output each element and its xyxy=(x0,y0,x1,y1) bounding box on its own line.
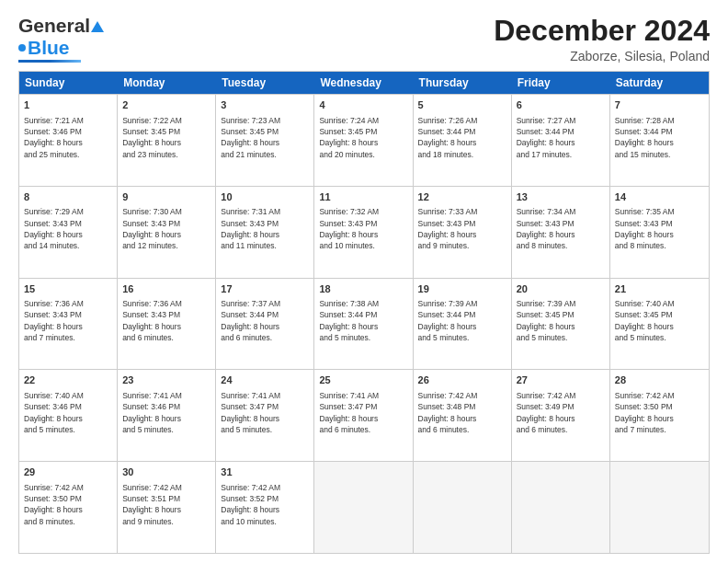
day-number: 13 xyxy=(517,190,605,204)
header-thursday: Thursday xyxy=(414,72,512,94)
day-number: 30 xyxy=(122,465,210,479)
calendar-cell: 22Sunrise: 7:40 AM Sunset: 3:46 PM Dayli… xyxy=(19,370,118,461)
calendar-cell: 26Sunrise: 7:42 AM Sunset: 3:48 PM Dayli… xyxy=(414,370,512,461)
calendar-row: 22Sunrise: 7:40 AM Sunset: 3:46 PM Dayli… xyxy=(19,369,709,461)
logo: General Blue xyxy=(18,15,104,63)
calendar-cell: 12Sunrise: 7:33 AM Sunset: 3:43 PM Dayli… xyxy=(414,187,512,278)
calendar-cell: 4Sunrise: 7:24 AM Sunset: 3:45 PM Daylig… xyxy=(314,95,413,186)
day-number: 20 xyxy=(517,282,605,296)
header: General Blue December 2024 Zaborze, Sile… xyxy=(18,15,710,63)
logo-general: General xyxy=(18,15,90,37)
cell-info: Sunrise: 7:30 AM Sunset: 3:43 PM Dayligh… xyxy=(122,206,210,251)
day-number: 18 xyxy=(319,282,407,296)
cell-info: Sunrise: 7:26 AM Sunset: 3:44 PM Dayligh… xyxy=(418,115,506,160)
cell-info: Sunrise: 7:36 AM Sunset: 3:43 PM Dayligh… xyxy=(24,298,112,343)
day-number: 23 xyxy=(122,373,210,387)
cell-info: Sunrise: 7:24 AM Sunset: 3:45 PM Dayligh… xyxy=(319,115,407,160)
cell-info: Sunrise: 7:39 AM Sunset: 3:45 PM Dayligh… xyxy=(517,298,605,343)
calendar-row: 15Sunrise: 7:36 AM Sunset: 3:43 PM Dayli… xyxy=(19,278,709,370)
calendar-cell: 15Sunrise: 7:36 AM Sunset: 3:43 PM Dayli… xyxy=(19,279,118,370)
day-number: 26 xyxy=(418,373,506,387)
header-tuesday: Tuesday xyxy=(216,72,314,94)
calendar-cell: 31Sunrise: 7:42 AM Sunset: 3:52 PM Dayli… xyxy=(216,462,314,553)
day-number: 29 xyxy=(24,465,112,479)
title-area: December 2024 Zaborze, Silesia, Poland xyxy=(494,15,710,63)
cell-info: Sunrise: 7:22 AM Sunset: 3:45 PM Dayligh… xyxy=(122,115,210,160)
cell-info: Sunrise: 7:42 AM Sunset: 3:48 PM Dayligh… xyxy=(418,390,506,435)
cell-info: Sunrise: 7:36 AM Sunset: 3:43 PM Dayligh… xyxy=(122,298,210,343)
calendar-cell: 7Sunrise: 7:28 AM Sunset: 3:44 PM Daylig… xyxy=(610,95,709,186)
logo-triangle-icon xyxy=(91,21,104,32)
calendar-cell: 1Sunrise: 7:21 AM Sunset: 3:46 PM Daylig… xyxy=(19,95,118,186)
day-number: 14 xyxy=(615,190,704,204)
cell-info: Sunrise: 7:42 AM Sunset: 3:50 PM Dayligh… xyxy=(24,482,112,527)
calendar-row: 1Sunrise: 7:21 AM Sunset: 3:46 PM Daylig… xyxy=(19,94,709,186)
cell-info: Sunrise: 7:40 AM Sunset: 3:46 PM Dayligh… xyxy=(24,390,112,435)
calendar-cell: 6Sunrise: 7:27 AM Sunset: 3:44 PM Daylig… xyxy=(512,95,610,186)
page: General Blue December 2024 Zaborze, Sile… xyxy=(0,0,728,563)
day-number: 19 xyxy=(418,282,506,296)
day-number: 8 xyxy=(24,190,112,204)
calendar-cell: 19Sunrise: 7:39 AM Sunset: 3:44 PM Dayli… xyxy=(414,279,512,370)
calendar-cell: 11Sunrise: 7:32 AM Sunset: 3:43 PM Dayli… xyxy=(314,187,413,278)
calendar-cell: 28Sunrise: 7:42 AM Sunset: 3:50 PM Dayli… xyxy=(610,370,709,461)
header-friday: Friday xyxy=(512,72,610,94)
logo-underline xyxy=(18,60,81,63)
cell-info: Sunrise: 7:37 AM Sunset: 3:44 PM Dayligh… xyxy=(221,298,309,343)
cell-info: Sunrise: 7:41 AM Sunset: 3:47 PM Dayligh… xyxy=(319,390,407,435)
day-number: 22 xyxy=(24,373,112,387)
calendar-cell: 9Sunrise: 7:30 AM Sunset: 3:43 PM Daylig… xyxy=(118,187,216,278)
day-number: 10 xyxy=(221,190,309,204)
day-number: 27 xyxy=(517,373,605,387)
calendar-cell: 2Sunrise: 7:22 AM Sunset: 3:45 PM Daylig… xyxy=(118,95,216,186)
cell-info: Sunrise: 7:42 AM Sunset: 3:52 PM Dayligh… xyxy=(221,482,309,527)
calendar-header: Sunday Monday Tuesday Wednesday Thursday… xyxy=(19,72,709,94)
day-number: 11 xyxy=(319,190,407,204)
cell-info: Sunrise: 7:28 AM Sunset: 3:44 PM Dayligh… xyxy=(615,115,704,160)
cell-info: Sunrise: 7:41 AM Sunset: 3:47 PM Dayligh… xyxy=(221,390,309,435)
header-monday: Monday xyxy=(118,72,216,94)
main-title: December 2024 xyxy=(494,15,710,47)
day-number: 15 xyxy=(24,282,112,296)
cell-info: Sunrise: 7:33 AM Sunset: 3:43 PM Dayligh… xyxy=(418,206,506,251)
logo-blue: Blue xyxy=(28,37,70,59)
logo-dot-icon xyxy=(18,44,26,52)
cell-info: Sunrise: 7:39 AM Sunset: 3:44 PM Dayligh… xyxy=(418,298,506,343)
calendar-cell xyxy=(610,462,709,553)
day-number: 3 xyxy=(221,98,309,112)
calendar-body: 1Sunrise: 7:21 AM Sunset: 3:46 PM Daylig… xyxy=(19,94,709,553)
subtitle: Zaborze, Silesia, Poland xyxy=(494,49,710,63)
day-number: 2 xyxy=(122,98,210,112)
calendar-cell: 29Sunrise: 7:42 AM Sunset: 3:50 PM Dayli… xyxy=(19,462,118,553)
header-wednesday: Wednesday xyxy=(314,72,413,94)
day-number: 28 xyxy=(615,373,704,387)
calendar-row: 8Sunrise: 7:29 AM Sunset: 3:43 PM Daylig… xyxy=(19,186,709,278)
cell-info: Sunrise: 7:27 AM Sunset: 3:44 PM Dayligh… xyxy=(517,115,605,160)
calendar: Sunday Monday Tuesday Wednesday Thursday… xyxy=(18,71,710,554)
cell-info: Sunrise: 7:41 AM Sunset: 3:46 PM Dayligh… xyxy=(122,390,210,435)
calendar-cell: 23Sunrise: 7:41 AM Sunset: 3:46 PM Dayli… xyxy=(118,370,216,461)
calendar-cell xyxy=(314,462,413,553)
cell-info: Sunrise: 7:29 AM Sunset: 3:43 PM Dayligh… xyxy=(24,206,112,251)
calendar-cell xyxy=(512,462,610,553)
calendar-cell: 20Sunrise: 7:39 AM Sunset: 3:45 PM Dayli… xyxy=(512,279,610,370)
day-number: 5 xyxy=(418,98,506,112)
cell-info: Sunrise: 7:42 AM Sunset: 3:50 PM Dayligh… xyxy=(615,390,704,435)
calendar-cell: 16Sunrise: 7:36 AM Sunset: 3:43 PM Dayli… xyxy=(118,279,216,370)
day-number: 21 xyxy=(615,282,704,296)
calendar-cell xyxy=(414,462,512,553)
cell-info: Sunrise: 7:42 AM Sunset: 3:49 PM Dayligh… xyxy=(517,390,605,435)
day-number: 24 xyxy=(221,373,309,387)
calendar-cell: 30Sunrise: 7:42 AM Sunset: 3:51 PM Dayli… xyxy=(118,462,216,553)
calendar-cell: 3Sunrise: 7:23 AM Sunset: 3:45 PM Daylig… xyxy=(216,95,314,186)
calendar-cell: 13Sunrise: 7:34 AM Sunset: 3:43 PM Dayli… xyxy=(512,187,610,278)
cell-info: Sunrise: 7:35 AM Sunset: 3:43 PM Dayligh… xyxy=(615,206,704,251)
calendar-cell: 25Sunrise: 7:41 AM Sunset: 3:47 PM Dayli… xyxy=(314,370,413,461)
header-saturday: Saturday xyxy=(610,72,709,94)
cell-info: Sunrise: 7:42 AM Sunset: 3:51 PM Dayligh… xyxy=(122,482,210,527)
cell-info: Sunrise: 7:34 AM Sunset: 3:43 PM Dayligh… xyxy=(517,206,605,251)
calendar-cell: 8Sunrise: 7:29 AM Sunset: 3:43 PM Daylig… xyxy=(19,187,118,278)
cell-info: Sunrise: 7:31 AM Sunset: 3:43 PM Dayligh… xyxy=(221,206,309,251)
calendar-cell: 17Sunrise: 7:37 AM Sunset: 3:44 PM Dayli… xyxy=(216,279,314,370)
calendar-cell: 24Sunrise: 7:41 AM Sunset: 3:47 PM Dayli… xyxy=(216,370,314,461)
